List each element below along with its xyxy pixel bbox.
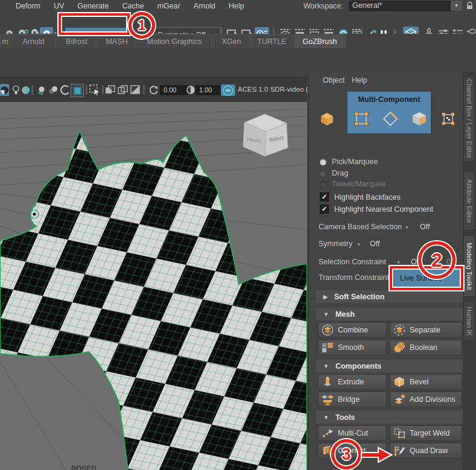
chevron-right-icon: ▶ [323, 294, 328, 300]
vertex-mode-icon[interactable] [354, 111, 369, 127]
tab-attribute-editor[interactable]: Attribute Editor [463, 171, 475, 230]
radio-label: Tweak/Marquee [332, 180, 386, 188]
marquee-select-icon[interactable] [89, 84, 101, 96]
chevron-down-icon[interactable]: ▾ [405, 224, 408, 230]
tools-section-header[interactable]: ▼ Tools [316, 411, 463, 424]
menu-uv[interactable]: UV [54, 2, 64, 10]
shelf-tab-m[interactable]: m [0, 34, 10, 48]
shelf-tab-bifrost[interactable]: Bifrost [57, 34, 97, 48]
button-label: Bridge [338, 395, 360, 404]
combine-button[interactable]: Combine [318, 322, 387, 338]
modeling-toolkit-panel: Object Help Multi-Component Pick/Marquee… [308, 72, 463, 470]
textured-display-icon[interactable] [71, 84, 84, 97]
isolate-view-icon[interactable] [118, 84, 129, 96]
checkbox-highlight-backfaces[interactable]: ✓ Highlight Backfaces [320, 192, 401, 202]
on-toggle-label: ON [223, 85, 233, 96]
shelf-tab-xgen[interactable]: XGen [213, 34, 250, 48]
camera-based-selection-label: Camera Based Selection [319, 223, 402, 231]
checkbox-check-icon: ✓ [320, 205, 329, 214]
transform-constraint-value[interactable]: Live Surface [394, 269, 467, 287]
edge-mode-icon[interactable] [382, 111, 398, 127]
menu-cache[interactable]: Cache [122, 2, 144, 10]
radio-pick-marquee[interactable]: Pick/Marquee [320, 157, 378, 166]
separator [102, 85, 104, 95]
button-label: Bevel [410, 378, 428, 386]
add-divisions-button[interactable]: Add Divisions [390, 392, 462, 407]
soft-selection-header[interactable]: ▶ Soft Selection [316, 290, 463, 303]
quad-draw-button[interactable]: Quad Draw [390, 443, 462, 459]
radio-drag[interactable]: Drag [320, 169, 348, 177]
button-label: Target Weld [410, 429, 449, 437]
symmetry-value[interactable]: Off [370, 240, 379, 248]
colorspace-label[interactable]: ACES 1.0 SDR-video (s [238, 86, 311, 93]
checkbox-label: Highlight Backfaces [334, 193, 401, 202]
dog-mesh[interactable] [0, 131, 307, 470]
shelf-tab-turtle[interactable]: TURTLE [251, 34, 293, 48]
menu-deform[interactable]: Deform [16, 2, 40, 10]
selection-constraint-value[interactable]: Off [411, 258, 420, 266]
maya-window: Deform UV Generate Cache mGear Arnold He… [0, 0, 476, 470]
gamma-value-field[interactable]: 1.00 [195, 85, 223, 95]
bridge-button[interactable]: Bridge [318, 392, 387, 407]
exposure-icon[interactable] [148, 84, 159, 96]
tab-modeling-toolkit[interactable]: Modeling Toolkit [463, 235, 475, 297]
panel-menu-object[interactable]: Object [323, 76, 344, 84]
multi-cut-button[interactable]: Multi-Cut [318, 425, 387, 441]
separator [86, 85, 87, 95]
connect-button[interactable]: Connect [318, 443, 387, 459]
shelf-tab-mash[interactable]: MASH [98, 34, 136, 48]
shaded-display-icon[interactable] [20, 84, 31, 96]
separator [143, 85, 145, 95]
shelf-tab-arnold[interactable]: Arnold [11, 34, 56, 48]
object-mode-icon[interactable] [319, 111, 335, 127]
gamma-contrast-icon[interactable] [186, 84, 195, 96]
button-label: Connect [338, 446, 366, 455]
chevron-down-icon[interactable]: ▾ [397, 259, 400, 265]
scene-3d-view: FRONT RIGHT [0, 102, 307, 470]
panel-menu-help[interactable]: Help [352, 76, 367, 84]
separate-icon [393, 324, 405, 336]
selection-constraint-label: Selection Constraint [319, 258, 386, 266]
chevron-down-icon[interactable]: ▾ [451, 1, 462, 11]
menu-arnold[interactable]: Arnold [194, 2, 215, 10]
tab-channel-box-layer-editor[interactable]: Channel Box / Layer Editor [463, 76, 475, 162]
face-mode-icon[interactable] [411, 111, 427, 127]
xray-display-icon[interactable] [130, 84, 141, 96]
smooth-button[interactable]: Smooth [318, 340, 387, 355]
bevel-button[interactable]: Bevel [390, 374, 462, 390]
transform-constraint-label: Transform Constraint [319, 273, 389, 282]
extrude-button[interactable]: Extrude [318, 374, 387, 390]
components-section-label: Components [335, 362, 381, 370]
workspace-selector[interactable]: General* [349, 1, 456, 11]
components-section-header[interactable]: ▼ Components [316, 360, 463, 372]
menu-help[interactable]: Help [229, 2, 244, 10]
chevron-down-icon: ▼ [323, 311, 329, 317]
use-all-lights-icon[interactable] [36, 84, 46, 96]
multi-component-mode-icon[interactable] [440, 111, 456, 127]
checkbox-label: Highlight Nearest Component [334, 205, 433, 214]
shelf-tab-gozbrush[interactable]: GoZBrush [294, 34, 346, 48]
exposure-value-field[interactable]: 0.00 [160, 85, 188, 95]
ambient-occlusion-icon[interactable] [60, 84, 71, 96]
view-cube[interactable]: FRONT RIGHT [243, 114, 288, 156]
button-label: Multi-Cut [338, 429, 368, 437]
lock-icon[interactable] [465, 1, 474, 10]
checkbox-highlight-nearest-component[interactable]: ✓ Highlight Nearest Component [320, 205, 433, 214]
target-weld-button[interactable]: Target Weld [390, 425, 462, 441]
tab-human-ik[interactable]: Human IK [463, 302, 475, 340]
mesh-section-header[interactable]: ▼ Mesh [316, 308, 463, 320]
shelf-tab-motion-graphics[interactable]: Motion Graphics [137, 34, 212, 48]
chevron-down-icon[interactable]: ▾ [357, 241, 360, 247]
camera-based-selection-value[interactable]: Off [420, 223, 430, 231]
shadows-icon[interactable] [48, 84, 59, 96]
menu-mgear[interactable]: mGear [157, 2, 180, 10]
radio-dot [320, 181, 326, 188]
boolean-button[interactable]: Boolean [390, 340, 462, 355]
renderer-ball-icon[interactable] [0, 84, 9, 96]
separate-button[interactable]: Separate [390, 322, 462, 338]
menu-generate[interactable]: Generate [77, 2, 109, 10]
mesh-section-label: Mesh [335, 310, 355, 319]
isolate-select-icon[interactable] [105, 84, 116, 96]
color-management-toggle[interactable]: ON [221, 84, 235, 96]
viewport-canvas[interactable]: FRONT RIGHT POSED [0, 102, 307, 470]
